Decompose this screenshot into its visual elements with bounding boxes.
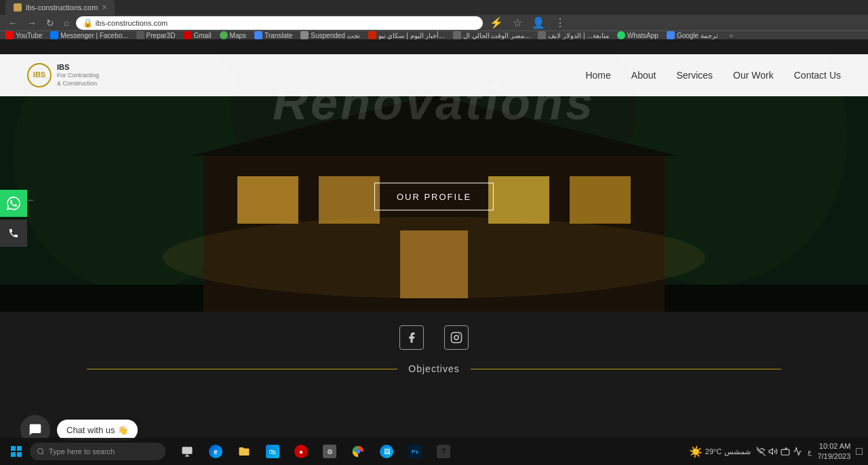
taskbar: Type here to search e 🛍 ● bbox=[0, 438, 868, 465]
taskbar-search-placeholder: Type here to search bbox=[49, 447, 115, 456]
bookmark-suspended[interactable]: Suspended نجت bbox=[300, 31, 359, 39]
svg-rect-51 bbox=[182, 447, 193, 454]
notification-button[interactable]: □ bbox=[856, 445, 863, 458]
svg-marker-55 bbox=[770, 449, 773, 454]
taskbar-app-task-view[interactable] bbox=[174, 439, 201, 464]
taskbar-app-photos[interactable]: 🖼 bbox=[373, 439, 400, 464]
taskbar-app-chrome[interactable] bbox=[344, 439, 372, 464]
taskbar-app-store[interactable]: 🛍 bbox=[259, 439, 286, 464]
system-tray: ☀️ 29°C شمشس ع 10:02 AM 7/19/2023 □ bbox=[689, 441, 863, 462]
nav-links: Home About Services Our Work Contact Us bbox=[585, 69, 841, 81]
bookmark-egypt[interactable]: مصر الوقت الحالي ال... bbox=[453, 31, 530, 39]
phone-button[interactable] bbox=[0, 220, 27, 247]
taskbar-app-photoshop[interactable]: Ps bbox=[401, 439, 429, 464]
weather-temp: 29°C bbox=[705, 447, 722, 456]
taskbar-app-edge[interactable]: e bbox=[202, 439, 229, 464]
bookmark-whatsapp[interactable]: WhatsApp bbox=[617, 31, 658, 39]
facebook-icon[interactable] bbox=[399, 325, 424, 350]
svg-rect-13 bbox=[0, 285, 203, 312]
bookmark-prepar3d[interactable]: Prepar3D bbox=[136, 31, 176, 39]
floating-contact: ← bbox=[0, 190, 27, 247]
taskbar-app-unknown[interactable]: ? bbox=[430, 439, 457, 464]
clock-time: 10:02 AM bbox=[817, 441, 850, 451]
browser-tab[interactable]: ibs-constructions.com × bbox=[5, 0, 115, 15]
taskbar-app-camera[interactable]: ● bbox=[288, 439, 315, 464]
svg-line-50 bbox=[42, 453, 43, 454]
svg-point-16 bbox=[454, 336, 458, 340]
taskbar-search[interactable]: Type here to search bbox=[30, 443, 165, 460]
svg-point-17 bbox=[458, 334, 460, 336]
start-button[interactable] bbox=[5, 441, 27, 462]
chat-bubble: Chat with us 👋 bbox=[57, 420, 138, 441]
svg-point-54 bbox=[356, 449, 361, 454]
logo[interactable]: IBS IBS For Contracting & Construction bbox=[27, 62, 99, 88]
navbar: IBS IBS For Contracting & Construction H… bbox=[0, 54, 868, 96]
weather-widget[interactable]: ☀️ 29°C شمشس bbox=[689, 445, 751, 458]
tab-favicon bbox=[14, 3, 22, 12]
taskbar-apps: e 🛍 ● ⚙ bbox=[174, 439, 457, 464]
extensions-button[interactable]: ⚡ bbox=[487, 15, 506, 31]
forward-button[interactable]: → bbox=[24, 16, 39, 30]
divider-right bbox=[471, 369, 781, 369]
svg-rect-7 bbox=[319, 176, 380, 224]
bookmark-button[interactable]: ☆ bbox=[510, 15, 525, 31]
divider-left bbox=[87, 369, 397, 369]
nav-home[interactable]: Home bbox=[585, 70, 610, 81]
profile-button[interactable]: 👤 bbox=[529, 15, 548, 31]
svg-rect-56 bbox=[782, 449, 790, 455]
address-bar[interactable]: 🔒 ibs-constructions.com bbox=[76, 16, 483, 30]
chat-bubble-text: Chat with us 👋 bbox=[66, 425, 128, 435]
tab-title: ibs-constructions.com bbox=[26, 3, 98, 12]
logo-text: IBS For Contracting & Construction bbox=[57, 62, 99, 88]
windows-icon bbox=[11, 446, 22, 457]
bookmark-youtube[interactable]: YouTube bbox=[5, 31, 42, 39]
taskbar-app-file-explorer[interactable] bbox=[231, 439, 258, 464]
our-profile-button[interactable]: OUR PROFILE bbox=[374, 183, 494, 211]
svg-rect-9 bbox=[570, 176, 631, 224]
bookmark-dollar[interactable]: متابعة... | الدولار لايف bbox=[538, 31, 608, 39]
bookmark-translate[interactable]: Translate bbox=[254, 31, 292, 39]
svg-rect-15 bbox=[452, 333, 462, 343]
bookmarks-bar: YouTube Messenger | Facebo... Prepar3D G… bbox=[0, 31, 868, 39]
whatsapp-button[interactable] bbox=[0, 190, 27, 217]
social-icons bbox=[399, 325, 469, 350]
svg-point-49 bbox=[38, 449, 43, 454]
refresh-button[interactable]: ↻ bbox=[43, 16, 57, 30]
svg-rect-6 bbox=[237, 176, 298, 224]
bookmark-gmail[interactable]: Gmail bbox=[183, 31, 211, 39]
clock-date: 7/19/2023 bbox=[817, 451, 850, 462]
clock[interactable]: 10:02 AM 7/19/2023 bbox=[817, 441, 850, 462]
bookmark-messenger[interactable]: Messenger | Facebo... bbox=[50, 31, 127, 39]
weather-desc: شمشس bbox=[724, 447, 751, 456]
bookmark-google-translate[interactable]: Google ترجمة bbox=[667, 31, 718, 39]
bookmark-news[interactable]: أخبار اليوم | سكاي نيو... bbox=[368, 31, 445, 39]
svg-rect-8 bbox=[488, 176, 549, 224]
bookmark-maps[interactable]: Maps bbox=[220, 31, 246, 39]
home-button[interactable]: ⌂ bbox=[61, 16, 72, 29]
arrow-left-icon: ← bbox=[27, 195, 35, 205]
taskbar-app-settings[interactable]: ⚙ bbox=[316, 439, 343, 464]
svg-rect-14 bbox=[665, 285, 868, 312]
objectives-divider: Objectives bbox=[87, 363, 781, 374]
logo-circle: IBS bbox=[27, 63, 52, 87]
nav-our-work[interactable]: Our Work bbox=[733, 70, 774, 81]
instagram-icon[interactable] bbox=[444, 325, 469, 350]
hero-cta: OUR PROFILE bbox=[374, 183, 494, 211]
nav-contact-us[interactable]: Contact Us bbox=[794, 70, 841, 81]
address-text: ibs-constructions.com bbox=[96, 19, 167, 27]
objectives-label: Objectives bbox=[408, 363, 459, 374]
back-button[interactable]: ← bbox=[5, 16, 20, 30]
nav-about[interactable]: About bbox=[631, 70, 656, 81]
nav-services[interactable]: Services bbox=[676, 70, 713, 81]
menu-button[interactable]: ⋮ bbox=[552, 15, 568, 31]
svg-point-12 bbox=[163, 217, 705, 298]
